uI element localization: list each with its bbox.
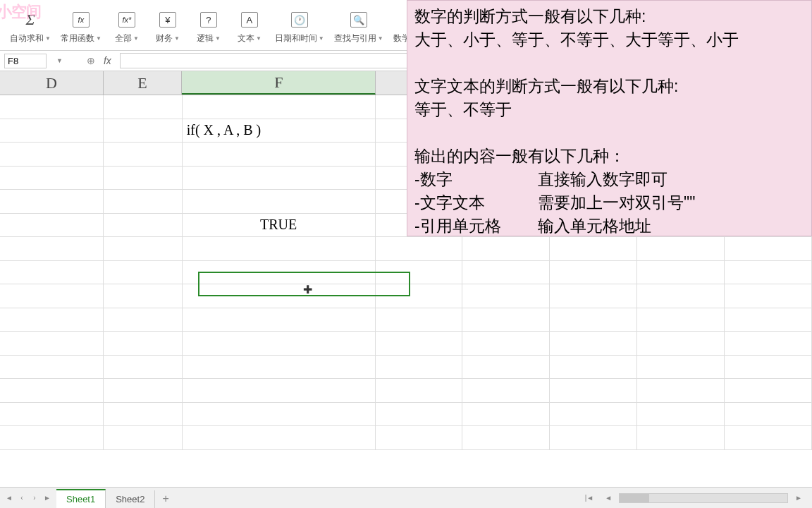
cell-f8-selected[interactable]: [183, 261, 376, 285]
hscroll-first-icon[interactable]: |◄: [581, 494, 598, 502]
col-header-d[interactable]: D: [0, 71, 104, 95]
clock-icon: 🕐: [288, 8, 311, 31]
col-header-e[interactable]: E: [104, 71, 183, 95]
chevron-down-icon: ▼: [45, 35, 51, 42]
financial-button[interactable]: ¥ 财务▼: [148, 6, 187, 47]
nav-last-icon[interactable]: ►: [41, 491, 54, 505]
cell-reference-input[interactable]: [4, 54, 47, 68]
sheet-tab-bar: ◄ ‹ › ► Sheet1 Sheet2 + |◄ ◄ ►: [0, 487, 812, 508]
lookup-icon: 🔍: [347, 8, 370, 31]
cell-f6[interactable]: TRUE: [183, 214, 376, 238]
sheet-tab-1[interactable]: Sheet1: [56, 489, 106, 508]
hscroll-prev-icon[interactable]: ◄: [601, 494, 616, 502]
cell-f3[interactable]: if( X , A , B ): [183, 119, 376, 143]
zoom-icon[interactable]: ⊕: [87, 55, 95, 66]
currency-icon: ¥: [156, 8, 179, 31]
fx-star-icon: fx*: [116, 8, 138, 31]
horizontal-scrollbar[interactable]: [619, 493, 788, 503]
text-icon: A: [238, 8, 261, 31]
nav-first-icon[interactable]: ◄: [3, 491, 16, 505]
fx-label: fx: [104, 55, 111, 66]
add-sheet-button[interactable]: +: [155, 490, 176, 508]
common-functions-button[interactable]: fx 常用函数▼: [56, 6, 106, 47]
text-button[interactable]: A 文本▼: [230, 6, 269, 47]
all-functions-button[interactable]: fx* 全部▼: [107, 6, 147, 47]
fx-icon: fx: [70, 8, 92, 31]
logical-button[interactable]: ? 逻辑▼: [189, 6, 228, 47]
question-icon: ?: [197, 8, 220, 31]
nav-prev-icon[interactable]: ‹: [16, 491, 28, 505]
col-header-f[interactable]: F: [182, 71, 376, 95]
watermark: 小空间: [0, 1, 41, 23]
sheet-tab-2[interactable]: Sheet2: [106, 490, 155, 508]
annotation-overlay: 数字的判断方式一般有以下几种: 大于、小于、等于、不等于、大于等于、小于 文字文…: [407, 0, 812, 236]
hscroll-next-icon[interactable]: ►: [791, 494, 806, 502]
nav-next-icon[interactable]: ›: [28, 491, 41, 505]
chevron-down-icon[interactable]: ▼: [52, 57, 67, 64]
lookup-button[interactable]: 🔍 查找与引用▼: [330, 6, 388, 47]
datetime-button[interactable]: 🕐 日期和时间▼: [271, 6, 328, 47]
